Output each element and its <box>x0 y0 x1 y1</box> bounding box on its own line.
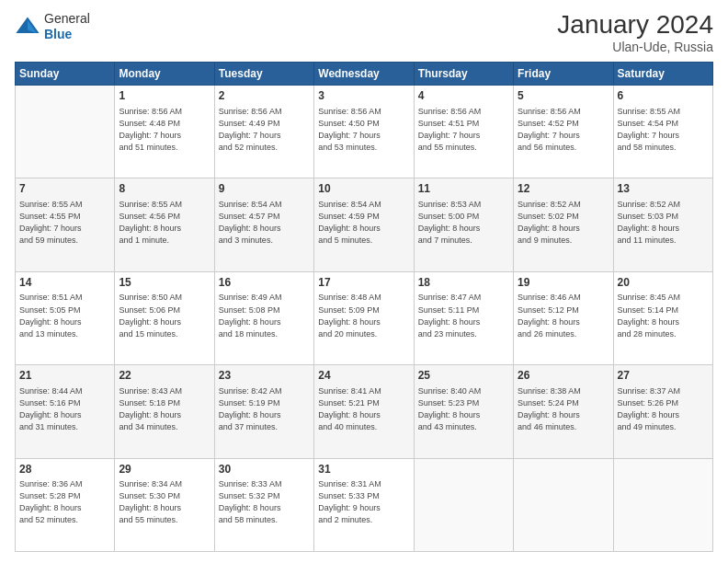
day-info: Sunrise: 8:56 AM Sunset: 4:48 PM Dayligh… <box>119 106 210 154</box>
weekday-header: Wednesday <box>314 62 414 85</box>
day-number: 30 <box>219 462 310 477</box>
day-info: Sunrise: 8:56 AM Sunset: 4:52 PM Dayligh… <box>518 106 609 154</box>
calendar-cell: 30Sunrise: 8:33 AM Sunset: 5:32 PM Dayli… <box>214 458 313 551</box>
page: General Blue January 2024 Ulan-Ude, Russ… <box>0 0 728 563</box>
header: General Blue January 2024 Ulan-Ude, Russ… <box>15 11 713 54</box>
weekday-header: Thursday <box>414 62 513 85</box>
day-info: Sunrise: 8:41 AM Sunset: 5:21 PM Dayligh… <box>318 385 409 433</box>
day-number: 19 <box>518 275 609 291</box>
day-number: 17 <box>318 275 409 291</box>
calendar-cell: 22Sunrise: 8:43 AM Sunset: 5:18 PM Dayli… <box>115 365 214 458</box>
day-info: Sunrise: 8:55 AM Sunset: 4:54 PM Dayligh… <box>618 106 709 154</box>
calendar-cell <box>16 85 115 178</box>
calendar-cell: 17Sunrise: 8:48 AM Sunset: 5:09 PM Dayli… <box>314 271 414 364</box>
day-number: 31 <box>318 462 409 477</box>
calendar-week-row: 14Sunrise: 8:51 AM Sunset: 5:05 PM Dayli… <box>16 271 713 364</box>
calendar-cell <box>514 458 613 551</box>
weekday-header: Friday <box>514 62 613 85</box>
day-info: Sunrise: 8:38 AM Sunset: 5:24 PM Dayligh… <box>518 385 609 433</box>
day-info: Sunrise: 8:43 AM Sunset: 5:18 PM Dayligh… <box>119 385 210 433</box>
weekday-header: Tuesday <box>214 62 313 85</box>
day-number: 9 <box>219 181 310 197</box>
day-info: Sunrise: 8:40 AM Sunset: 5:23 PM Dayligh… <box>418 385 509 433</box>
day-info: Sunrise: 8:33 AM Sunset: 5:32 PM Dayligh… <box>219 478 310 526</box>
subtitle: Ulan-Ude, Russia <box>557 40 713 54</box>
day-info: Sunrise: 8:56 AM Sunset: 4:50 PM Dayligh… <box>318 106 409 154</box>
calendar-cell <box>613 458 712 551</box>
title-block: January 2024 Ulan-Ude, Russia <box>557 11 713 54</box>
calendar-cell: 15Sunrise: 8:50 AM Sunset: 5:06 PM Dayli… <box>115 271 214 364</box>
calendar-week-row: 21Sunrise: 8:44 AM Sunset: 5:16 PM Dayli… <box>16 365 713 458</box>
day-number: 14 <box>19 275 110 291</box>
calendar-cell: 13Sunrise: 8:52 AM Sunset: 5:03 PM Dayli… <box>613 178 712 271</box>
day-info: Sunrise: 8:45 AM Sunset: 5:14 PM Dayligh… <box>618 292 709 339</box>
day-number: 8 <box>119 181 210 197</box>
day-number: 1 <box>119 88 210 104</box>
day-info: Sunrise: 8:34 AM Sunset: 5:30 PM Dayligh… <box>119 478 210 526</box>
main-title: January 2024 <box>557 11 713 40</box>
calendar-cell: 16Sunrise: 8:49 AM Sunset: 5:08 PM Dayli… <box>214 271 313 364</box>
day-number: 12 <box>518 181 609 197</box>
calendar-cell: 28Sunrise: 8:36 AM Sunset: 5:28 PM Dayli… <box>16 458 115 551</box>
day-info: Sunrise: 8:52 AM Sunset: 5:02 PM Dayligh… <box>518 199 609 247</box>
calendar-week-row: 1Sunrise: 8:56 AM Sunset: 4:48 PM Daylig… <box>16 85 713 178</box>
weekday-header: Saturday <box>613 62 712 85</box>
day-info: Sunrise: 8:56 AM Sunset: 4:51 PM Dayligh… <box>418 106 509 154</box>
calendar-cell: 12Sunrise: 8:52 AM Sunset: 5:02 PM Dayli… <box>514 178 613 271</box>
calendar-week-row: 28Sunrise: 8:36 AM Sunset: 5:28 PM Dayli… <box>16 458 713 551</box>
calendar-cell: 20Sunrise: 8:45 AM Sunset: 5:14 PM Dayli… <box>613 271 712 364</box>
calendar-cell: 24Sunrise: 8:41 AM Sunset: 5:21 PM Dayli… <box>314 365 414 458</box>
day-info: Sunrise: 8:46 AM Sunset: 5:12 PM Dayligh… <box>518 292 609 339</box>
day-number: 24 <box>318 368 409 384</box>
weekday-header: Monday <box>115 62 214 85</box>
calendar-cell: 10Sunrise: 8:54 AM Sunset: 4:59 PM Dayli… <box>314 178 414 271</box>
day-info: Sunrise: 8:44 AM Sunset: 5:16 PM Dayligh… <box>19 385 110 433</box>
calendar-cell: 11Sunrise: 8:53 AM Sunset: 5:00 PM Dayli… <box>414 178 513 271</box>
calendar-cell: 19Sunrise: 8:46 AM Sunset: 5:12 PM Dayli… <box>514 271 613 364</box>
day-number: 20 <box>618 275 709 291</box>
calendar-cell: 5Sunrise: 8:56 AM Sunset: 4:52 PM Daylig… <box>514 85 613 178</box>
day-number: 27 <box>618 368 709 384</box>
logo-text: General Blue <box>44 11 90 42</box>
day-info: Sunrise: 8:51 AM Sunset: 5:05 PM Dayligh… <box>19 292 110 339</box>
calendar-cell: 31Sunrise: 8:31 AM Sunset: 5:33 PM Dayli… <box>314 458 414 551</box>
calendar-cell: 1Sunrise: 8:56 AM Sunset: 4:48 PM Daylig… <box>115 85 214 178</box>
day-info: Sunrise: 8:50 AM Sunset: 5:06 PM Dayligh… <box>119 292 210 339</box>
day-number: 11 <box>418 181 509 197</box>
day-number: 7 <box>19 181 110 197</box>
calendar-cell: 26Sunrise: 8:38 AM Sunset: 5:24 PM Dayli… <box>514 365 613 458</box>
day-info: Sunrise: 8:54 AM Sunset: 4:59 PM Dayligh… <box>318 199 409 247</box>
day-info: Sunrise: 8:31 AM Sunset: 5:33 PM Dayligh… <box>318 478 409 526</box>
day-number: 29 <box>119 462 210 477</box>
day-info: Sunrise: 8:54 AM Sunset: 4:57 PM Dayligh… <box>219 199 310 247</box>
calendar-week-row: 7Sunrise: 8:55 AM Sunset: 4:55 PM Daylig… <box>16 178 713 271</box>
calendar-cell: 3Sunrise: 8:56 AM Sunset: 4:50 PM Daylig… <box>314 85 414 178</box>
weekday-header: Sunday <box>16 62 115 85</box>
calendar-header-row: SundayMondayTuesdayWednesdayThursdayFrid… <box>16 62 713 85</box>
day-info: Sunrise: 8:37 AM Sunset: 5:26 PM Dayligh… <box>618 385 709 433</box>
calendar-cell: 4Sunrise: 8:56 AM Sunset: 4:51 PM Daylig… <box>414 85 513 178</box>
logo-general: General <box>44 11 90 27</box>
day-number: 3 <box>318 88 409 104</box>
day-number: 4 <box>418 88 509 104</box>
day-info: Sunrise: 8:49 AM Sunset: 5:08 PM Dayligh… <box>219 292 310 339</box>
day-number: 28 <box>19 462 110 477</box>
day-number: 13 <box>618 181 709 197</box>
day-number: 10 <box>318 181 409 197</box>
day-info: Sunrise: 8:52 AM Sunset: 5:03 PM Dayligh… <box>618 199 709 247</box>
day-number: 21 <box>19 368 110 384</box>
calendar-cell: 23Sunrise: 8:42 AM Sunset: 5:19 PM Dayli… <box>214 365 313 458</box>
day-info: Sunrise: 8:55 AM Sunset: 4:55 PM Dayligh… <box>19 199 110 247</box>
calendar-cell: 2Sunrise: 8:56 AM Sunset: 4:49 PM Daylig… <box>214 85 313 178</box>
calendar-cell: 29Sunrise: 8:34 AM Sunset: 5:30 PM Dayli… <box>115 458 214 551</box>
logo: General Blue <box>15 11 90 42</box>
day-number: 18 <box>418 275 509 291</box>
day-info: Sunrise: 8:47 AM Sunset: 5:11 PM Dayligh… <box>418 292 509 339</box>
logo-icon <box>15 14 40 40</box>
day-info: Sunrise: 8:55 AM Sunset: 4:56 PM Dayligh… <box>119 199 210 247</box>
logo-blue: Blue <box>44 27 90 42</box>
calendar-table: SundayMondayTuesdayWednesdayThursdayFrid… <box>15 62 713 552</box>
calendar-cell: 25Sunrise: 8:40 AM Sunset: 5:23 PM Dayli… <box>414 365 513 458</box>
day-number: 15 <box>119 275 210 291</box>
calendar-cell: 27Sunrise: 8:37 AM Sunset: 5:26 PM Dayli… <box>613 365 712 458</box>
